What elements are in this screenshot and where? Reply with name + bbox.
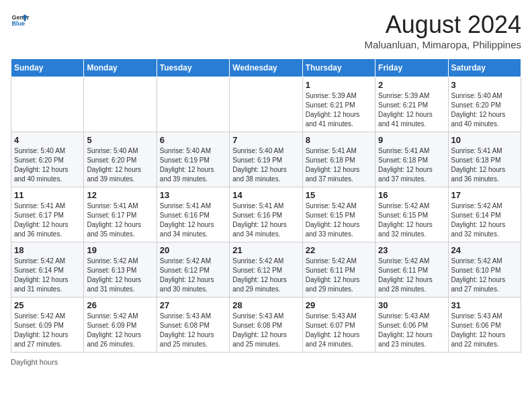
calendar-cell: 23Sunrise: 5:42 AM Sunset: 6:11 PM Dayli… (375, 242, 448, 298)
day-info: Sunrise: 5:41 AM Sunset: 6:16 PM Dayligh… (160, 201, 226, 239)
day-number: 22 (306, 245, 372, 255)
day-number: 21 (232, 245, 299, 255)
calendar-cell: 9Sunrise: 5:41 AM Sunset: 6:18 PM Daylig… (375, 132, 448, 187)
calendar-cell: 8Sunrise: 5:41 AM Sunset: 6:18 PM Daylig… (302, 132, 375, 187)
week-row-5: 25Sunrise: 5:42 AM Sunset: 6:09 PM Dayli… (11, 298, 521, 353)
day-info: Sunrise: 5:42 AM Sunset: 6:14 PM Dayligh… (14, 257, 81, 294)
calendar-cell: 29Sunrise: 5:43 AM Sunset: 6:07 PM Dayli… (302, 298, 375, 353)
day-number: 13 (160, 190, 226, 200)
day-info: Sunrise: 5:42 AM Sunset: 6:15 PM Dayligh… (306, 201, 372, 239)
calendar-cell: 10Sunrise: 5:41 AM Sunset: 6:18 PM Dayli… (448, 132, 521, 187)
day-number: 30 (378, 300, 445, 310)
day-info: Sunrise: 5:43 AM Sunset: 6:06 PM Dayligh… (378, 312, 445, 349)
day-number: 26 (87, 300, 153, 310)
calendar-cell: 31Sunrise: 5:43 AM Sunset: 6:06 PM Dayli… (448, 298, 521, 353)
title-area: August 2024 Maluanluan, Mimaropa, Philip… (365, 11, 521, 50)
calendar-cell: 22Sunrise: 5:42 AM Sunset: 6:11 PM Dayli… (302, 242, 375, 298)
calendar-cell: 13Sunrise: 5:41 AM Sunset: 6:16 PM Dayli… (157, 187, 229, 242)
day-info: Sunrise: 5:42 AM Sunset: 6:11 PM Dayligh… (378, 257, 445, 294)
week-row-3: 11Sunrise: 5:41 AM Sunset: 6:17 PM Dayli… (11, 187, 521, 242)
day-number: 6 (160, 135, 226, 145)
day-number: 20 (160, 245, 226, 255)
day-info: Sunrise: 5:42 AM Sunset: 6:12 PM Dayligh… (160, 257, 226, 294)
day-number: 24 (451, 245, 518, 255)
day-number: 16 (378, 190, 445, 200)
day-info: Sunrise: 5:42 AM Sunset: 6:09 PM Dayligh… (87, 312, 153, 349)
calendar-cell: 1Sunrise: 5:39 AM Sunset: 6:21 PM Daylig… (302, 77, 375, 132)
month-year-title: August 2024 (365, 11, 521, 39)
week-row-2: 4Sunrise: 5:40 AM Sunset: 6:20 PM Daylig… (11, 132, 521, 187)
day-number: 17 (451, 190, 518, 200)
day-number: 10 (451, 135, 518, 145)
calendar-cell: 21Sunrise: 5:42 AM Sunset: 6:12 PM Dayli… (230, 242, 302, 298)
day-info: Sunrise: 5:40 AM Sunset: 6:20 PM Dayligh… (87, 146, 153, 184)
day-number: 28 (232, 300, 299, 310)
calendar-cell: 4Sunrise: 5:40 AM Sunset: 6:20 PM Daylig… (11, 132, 84, 187)
week-row-4: 18Sunrise: 5:42 AM Sunset: 6:14 PM Dayli… (11, 242, 521, 298)
day-number: 1 (306, 80, 372, 90)
day-header-thursday: Thursday (302, 59, 375, 77)
day-header-monday: Monday (84, 59, 157, 77)
calendar-cell (230, 77, 302, 132)
calendar-cell: 14Sunrise: 5:41 AM Sunset: 6:16 PM Dayli… (230, 187, 302, 242)
calendar-cell: 11Sunrise: 5:41 AM Sunset: 6:17 PM Dayli… (11, 187, 84, 242)
calendar-cell: 6Sunrise: 5:40 AM Sunset: 6:19 PM Daylig… (157, 132, 229, 187)
day-info: Sunrise: 5:40 AM Sunset: 6:19 PM Dayligh… (160, 146, 226, 184)
day-number: 4 (14, 135, 81, 145)
day-number: 12 (87, 190, 153, 200)
logo: General Blue (11, 11, 30, 30)
day-number: 18 (14, 245, 81, 255)
day-number: 7 (232, 135, 299, 145)
day-number: 5 (87, 135, 153, 145)
calendar-cell (157, 77, 229, 132)
calendar-cell: 27Sunrise: 5:43 AM Sunset: 6:08 PM Dayli… (157, 298, 229, 353)
week-row-1: 1Sunrise: 5:39 AM Sunset: 6:21 PM Daylig… (11, 77, 521, 132)
day-info: Sunrise: 5:42 AM Sunset: 6:10 PM Dayligh… (451, 257, 518, 294)
calendar-cell: 15Sunrise: 5:42 AM Sunset: 6:15 PM Dayli… (302, 187, 375, 242)
calendar-cell (84, 77, 157, 132)
day-number: 25 (14, 300, 81, 310)
day-number: 23 (378, 245, 445, 255)
day-info: Sunrise: 5:39 AM Sunset: 6:21 PM Dayligh… (378, 91, 445, 129)
day-info: Sunrise: 5:43 AM Sunset: 6:08 PM Dayligh… (160, 312, 226, 349)
day-number: 8 (306, 135, 372, 145)
day-number: 31 (451, 300, 518, 310)
day-number: 27 (160, 300, 226, 310)
day-info: Sunrise: 5:41 AM Sunset: 6:18 PM Dayligh… (451, 146, 518, 184)
calendar-cell: 24Sunrise: 5:42 AM Sunset: 6:10 PM Dayli… (448, 242, 521, 298)
day-info: Sunrise: 5:42 AM Sunset: 6:09 PM Dayligh… (14, 312, 81, 349)
calendar-cell: 26Sunrise: 5:42 AM Sunset: 6:09 PM Dayli… (84, 298, 157, 353)
day-info: Sunrise: 5:42 AM Sunset: 6:12 PM Dayligh… (232, 257, 299, 294)
calendar-cell: 2Sunrise: 5:39 AM Sunset: 6:21 PM Daylig… (375, 77, 448, 132)
day-header-friday: Friday (375, 59, 448, 77)
day-number: 9 (378, 135, 445, 145)
day-info: Sunrise: 5:41 AM Sunset: 6:16 PM Dayligh… (232, 201, 299, 239)
day-number: 19 (87, 245, 153, 255)
svg-text:Blue: Blue (11, 20, 25, 27)
calendar-cell: 30Sunrise: 5:43 AM Sunset: 6:06 PM Dayli… (375, 298, 448, 353)
calendar-table: SundayMondayTuesdayWednesdayThursdayFrid… (11, 58, 521, 353)
day-info: Sunrise: 5:43 AM Sunset: 6:08 PM Dayligh… (232, 312, 299, 349)
day-info: Sunrise: 5:41 AM Sunset: 6:18 PM Dayligh… (378, 146, 445, 184)
day-number: 29 (306, 300, 372, 310)
day-header-tuesday: Tuesday (157, 59, 229, 77)
calendar-cell: 12Sunrise: 5:41 AM Sunset: 6:17 PM Dayli… (84, 187, 157, 242)
logo-icon: General Blue (11, 11, 30, 30)
page-header: General Blue August 2024 Maluanluan, Mim… (11, 11, 521, 50)
calendar-cell: 5Sunrise: 5:40 AM Sunset: 6:20 PM Daylig… (84, 132, 157, 187)
calendar-cell: 19Sunrise: 5:42 AM Sunset: 6:13 PM Dayli… (84, 242, 157, 298)
day-header-saturday: Saturday (448, 59, 521, 77)
calendar-cell: 28Sunrise: 5:43 AM Sunset: 6:08 PM Dayli… (230, 298, 302, 353)
location-subtitle: Maluanluan, Mimaropa, Philippines (365, 39, 521, 50)
day-info: Sunrise: 5:42 AM Sunset: 6:15 PM Dayligh… (378, 201, 445, 239)
day-info: Sunrise: 5:40 AM Sunset: 6:20 PM Dayligh… (451, 91, 518, 129)
day-info: Sunrise: 5:41 AM Sunset: 6:17 PM Dayligh… (14, 201, 81, 239)
day-header-sunday: Sunday (11, 59, 84, 77)
day-info: Sunrise: 5:42 AM Sunset: 6:13 PM Dayligh… (87, 257, 153, 294)
day-info: Sunrise: 5:40 AM Sunset: 6:20 PM Dayligh… (14, 146, 81, 184)
day-info: Sunrise: 5:42 AM Sunset: 6:11 PM Dayligh… (306, 257, 372, 294)
calendar-cell: 18Sunrise: 5:42 AM Sunset: 6:14 PM Dayli… (11, 242, 84, 298)
day-number: 3 (451, 80, 518, 90)
calendar-cell: 3Sunrise: 5:40 AM Sunset: 6:20 PM Daylig… (448, 77, 521, 132)
day-number: 15 (306, 190, 372, 200)
